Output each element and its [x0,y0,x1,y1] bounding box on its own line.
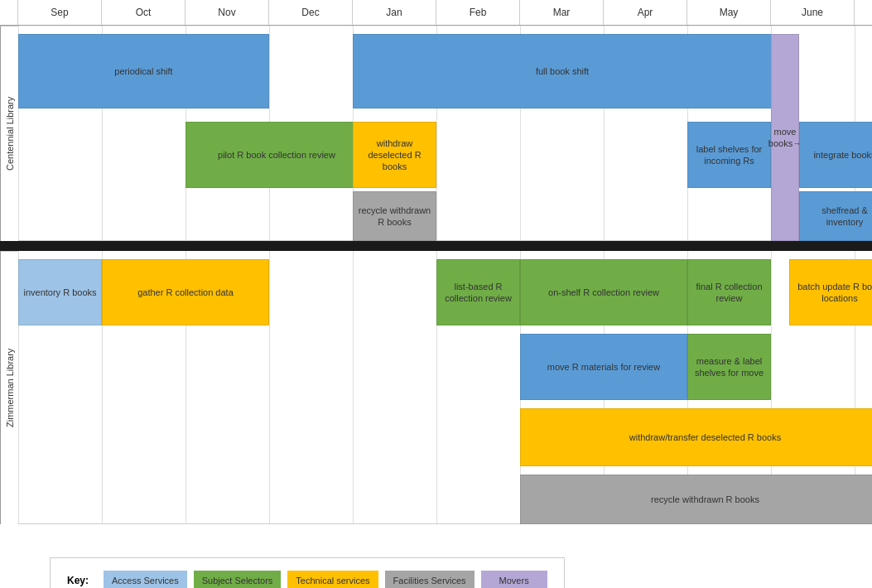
task-bar-1[interactable]: full book shift [353,34,772,108]
task-bar-7[interactable]: measure & label shelves for move [687,334,771,400]
task-bar-0[interactable]: inventory R books [18,259,102,325]
task-bar-0[interactable]: periodical shift [18,34,269,108]
task-bar-7[interactable]: integrate books [799,122,872,188]
centennial-label: Centennial Library [0,26,18,241]
section-divider [0,241,872,251]
key-technical-services: Technical services [287,571,378,588]
task-bar-5[interactable]: label shelves for incoming Rs [687,122,771,188]
gantt-chart: Sep Oct Nov Dec Jan Feb Mar Apr May June… [0,0,872,588]
task-bar-9[interactable]: recycle withdrawn R books [520,475,872,524]
key-section-wrapper: Key: Access Services Subject Selectors T… [0,524,872,588]
header-may: May [687,0,771,25]
header-mar: Mar [520,0,604,25]
task-bar-1[interactable]: gather R collection data [102,259,269,325]
header-sep: Sep [18,0,102,25]
grid-line-4 [353,251,354,523]
zimmerman-label: Zimmerman Library [0,251,18,524]
header-jan: Jan [353,0,436,25]
task-bar-8[interactable]: shelfread & inventory [799,191,872,241]
header-oct: Oct [102,0,185,25]
task-bar-2[interactable]: list-based R collection review [436,259,520,325]
task-bar-6[interactable]: move R materials for review [520,334,687,400]
key-subject-selectors: Subject Selectors [194,571,282,588]
header-empty [0,0,18,25]
zimmerman-section: Zimmerman Library inventory R booksgathe… [0,251,872,524]
header-apr: Apr [604,0,687,25]
task-bar-3[interactable]: on-shelf R collection review [520,259,687,325]
header-nov: Nov [185,0,269,25]
task-bar-4[interactable]: recycle withdrawn R books [353,191,436,241]
grid-line-3 [269,251,270,523]
key-section: Key: Access Services Subject Selectors T… [50,557,565,588]
task-bar-3[interactable]: withdraw deselected R books [353,122,436,188]
header-feb: Feb [436,0,520,25]
zimmerman-rows: inventory R booksgather R collection dat… [18,251,872,524]
key-facilities-services: Facilities Services [385,571,475,588]
task-bar-2[interactable]: pilot R book collection review [185,122,368,188]
task-bar-4[interactable]: final R collection review [687,259,771,325]
task-bar-8[interactable]: withdraw/transfer deselected R books [520,408,872,466]
task-bar-5[interactable]: batch update R book locations [789,259,872,325]
key-label: Key: [67,575,89,586]
key-movers: Movers [481,571,547,588]
header-june: June [771,0,855,25]
header-dec: Dec [269,0,353,25]
centennial-section: Centennial Library periodical shiftfull … [0,26,872,241]
key-access-services: Access Services [104,571,187,588]
centennial-rows: periodical shiftfull book shiftpilot R b… [18,26,872,241]
header-row: Sep Oct Nov Dec Jan Feb Mar Apr May June [0,0,872,26]
task-bar-6[interactable]: move books→ [771,34,799,241]
centennial-content: periodical shiftfull book shiftpilot R b… [18,26,872,241]
zimmerman-content: inventory R booksgather R collection dat… [18,251,872,524]
